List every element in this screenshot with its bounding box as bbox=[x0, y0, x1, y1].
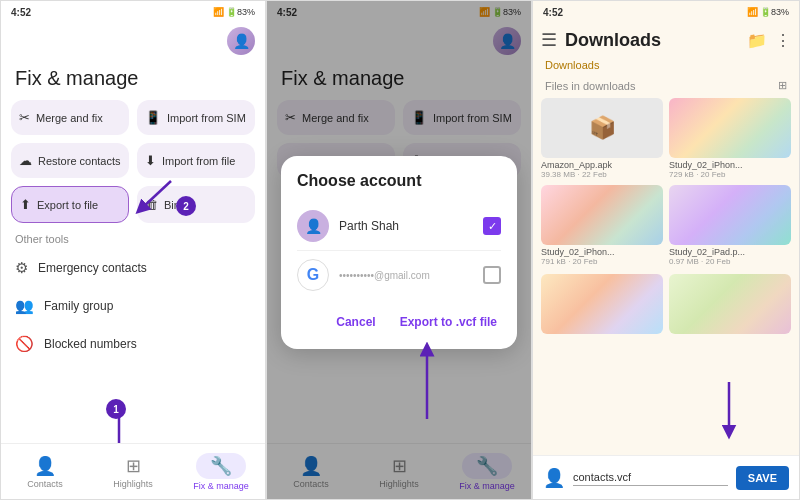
img-file-5[interactable] bbox=[669, 274, 791, 336]
export-icon: ⬆ bbox=[20, 197, 31, 212]
account-avatar-2: G bbox=[297, 259, 329, 291]
sim-icon: 📱 bbox=[145, 110, 161, 125]
img-file-2[interactable]: Study_02_iPhon... 791 kB · 20 Feb bbox=[541, 185, 663, 266]
family-icon: 👥 bbox=[15, 297, 34, 315]
save-button[interactable]: SAVE bbox=[736, 466, 789, 490]
files-row-3 bbox=[533, 270, 799, 340]
more-options-icon[interactable]: ⋮ bbox=[775, 31, 791, 50]
downloads-title: Downloads bbox=[565, 30, 739, 51]
time-3: 4:52 bbox=[543, 7, 563, 18]
apk-icon: 📦 bbox=[589, 115, 616, 141]
page-title-1: Fix & manage bbox=[1, 59, 265, 96]
folder-icon[interactable]: 📁 bbox=[747, 31, 767, 50]
export-vcf-button[interactable]: Export to .vcf file bbox=[396, 311, 501, 333]
dialog-title: Choose account bbox=[297, 172, 501, 190]
bottom-bar-3: 👤 SAVE bbox=[533, 455, 799, 499]
account-item-1[interactable]: 👤 Parth Shah ✓ bbox=[297, 202, 501, 251]
img-file-1[interactable]: Study_02_iPhon... 729 kB · 20 Feb bbox=[669, 98, 791, 179]
emergency-contacts-item[interactable]: ⚙ Emergency contacts bbox=[1, 249, 265, 287]
merge-icon: ✂ bbox=[19, 110, 30, 125]
grid-view-icon[interactable]: ⊞ bbox=[778, 79, 787, 92]
bottom-user-icon: 👤 bbox=[543, 467, 565, 489]
img-file-1-info: Study_02_iPhon... 729 kB · 20 Feb bbox=[669, 160, 791, 179]
img-file-4[interactable] bbox=[541, 274, 663, 336]
nav-highlights-1[interactable]: ⊞ Highlights bbox=[89, 444, 177, 499]
menu-icon[interactable]: ☰ bbox=[541, 29, 557, 51]
img-thumb-3 bbox=[669, 185, 791, 245]
highlights-nav-icon: ⊞ bbox=[126, 455, 141, 477]
other-tools-title: Other tools bbox=[1, 223, 265, 249]
files-row-2: Study_02_iPhon... 791 kB · 20 Feb Study_… bbox=[533, 181, 799, 270]
family-group-item[interactable]: 👥 Family group bbox=[1, 287, 265, 325]
status-icons-1: 📶 🔋83% bbox=[213, 7, 255, 17]
battery-icon: 🔋83% bbox=[226, 7, 255, 17]
wifi-icon-3: 📶 bbox=[747, 7, 758, 17]
contacts-nav-icon: 👤 bbox=[34, 455, 56, 477]
restore-contacts-button[interactable]: ☁ Restore contacts bbox=[11, 143, 129, 178]
filename-input[interactable] bbox=[573, 469, 728, 486]
fix-manage-grid: ✂ Merge and fix 📱 Import from SIM ☁ Rest… bbox=[1, 100, 265, 223]
img-thumb-2 bbox=[541, 185, 663, 245]
downloads-header: ☰ Downloads 📁 ⋮ bbox=[533, 23, 799, 57]
import-sim-button[interactable]: 📱 Import from SIM bbox=[137, 100, 255, 135]
nav-fix-manage-1[interactable]: 🔧 Fix & manage bbox=[177, 444, 265, 499]
import-file-icon: ⬇ bbox=[145, 153, 156, 168]
panel-2: 4:52 📶 🔋83% 👤 Fix & manage ✂ Merge and f… bbox=[266, 0, 532, 500]
import-file-button[interactable]: ⬇ Import from file bbox=[137, 143, 255, 178]
checkbox-2[interactable] bbox=[483, 266, 501, 284]
avatar-area: 👤 bbox=[1, 23, 265, 59]
export-file-button[interactable]: ⬆ Export to file bbox=[11, 186, 129, 223]
status-bar-3: 4:52 📶 🔋83% bbox=[533, 1, 799, 23]
apk-file-item[interactable]: 📦 Amazon_App.apk 39.38 MB · 22 Feb bbox=[541, 98, 663, 179]
dialog-actions: Cancel Export to .vcf file bbox=[297, 311, 501, 333]
time-1: 4:52 bbox=[11, 7, 31, 18]
header-actions: 📁 ⋮ bbox=[747, 31, 791, 50]
img-file-3-info: Study_02_iPad.p... 0.97 MB · 20 Feb bbox=[669, 247, 791, 266]
breadcrumb[interactable]: Downloads bbox=[533, 57, 799, 75]
arrow-4 bbox=[709, 377, 749, 447]
apk-file-info: Amazon_App.apk 39.38 MB · 22 Feb bbox=[541, 160, 663, 179]
bin-button[interactable]: 🗑 Bin bbox=[137, 186, 255, 223]
panel-3: 4:52 📶 🔋83% ☰ Downloads 📁 ⋮ Downloads Fi… bbox=[532, 0, 800, 500]
choose-account-dialog: Choose account 👤 Parth Shah ✓ G ••••••••… bbox=[281, 156, 517, 349]
img-file-3[interactable]: Study_02_iPad.p... 0.97 MB · 20 Feb bbox=[669, 185, 791, 266]
account-name-1: Parth Shah bbox=[339, 219, 473, 233]
img-thumb-4 bbox=[541, 274, 663, 334]
wifi-icon: 📶 bbox=[213, 7, 224, 17]
fix-nav-icon: 🔧 bbox=[210, 456, 232, 476]
img-thumb-1 bbox=[669, 98, 791, 158]
battery-icon-3: 🔋83% bbox=[760, 7, 789, 17]
annotation-1: 1 bbox=[106, 399, 126, 419]
account-item-2[interactable]: G ••••••••••@gmail.com bbox=[297, 251, 501, 299]
blocked-icon: 🚫 bbox=[15, 335, 34, 353]
avatar[interactable]: 👤 bbox=[227, 27, 255, 55]
cancel-button[interactable]: Cancel bbox=[332, 311, 379, 333]
img-file-2-info: Study_02_iPhon... 791 kB · 20 Feb bbox=[541, 247, 663, 266]
checkbox-1[interactable]: ✓ bbox=[483, 217, 501, 235]
merge-fix-button[interactable]: ✂ Merge and fix bbox=[11, 100, 129, 135]
restore-icon: ☁ bbox=[19, 153, 32, 168]
bottom-nav-1: 👤 Contacts ⊞ Highlights 🔧 Fix & manage bbox=[1, 443, 265, 499]
blocked-numbers-item[interactable]: 🚫 Blocked numbers bbox=[1, 325, 265, 363]
account-avatar-1: 👤 bbox=[297, 210, 329, 242]
files-section-title: Files in downloads ⊞ bbox=[533, 75, 799, 96]
files-row-1: 📦 Amazon_App.apk 39.38 MB · 22 Feb Study… bbox=[533, 96, 799, 181]
annotation-2: 2 bbox=[176, 196, 196, 216]
account-name-2: ••••••••••@gmail.com bbox=[339, 270, 473, 281]
status-icons-3: 📶 🔋83% bbox=[747, 7, 789, 17]
nav-contacts-1[interactable]: 👤 Contacts bbox=[1, 444, 89, 499]
bin-icon: 🗑 bbox=[145, 197, 158, 212]
img-thumb-5 bbox=[669, 274, 791, 334]
panel-1: 4:52 📶 🔋83% 👤 Fix & manage ✂ Merge and f… bbox=[0, 0, 266, 500]
emergency-icon: ⚙ bbox=[15, 259, 28, 277]
status-bar-1: 4:52 📶 🔋83% bbox=[1, 1, 265, 23]
